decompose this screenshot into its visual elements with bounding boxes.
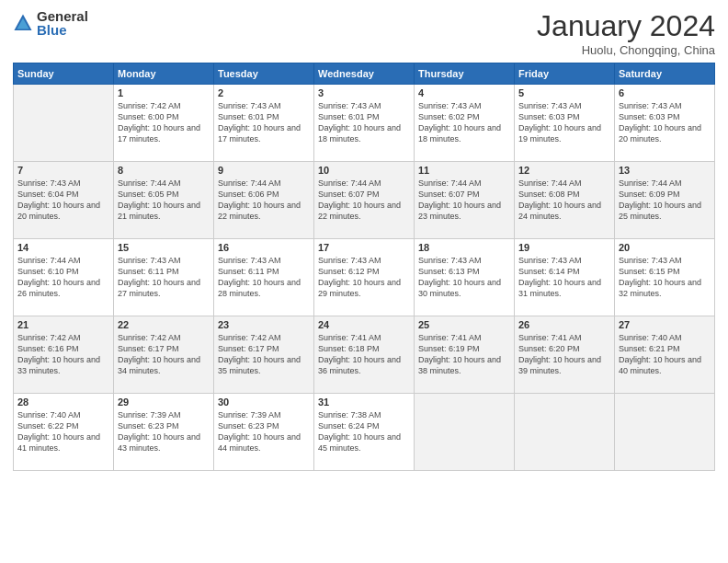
calendar-week-5: 28Sunrise: 7:40 AMSunset: 6:22 PMDayligh… [14,394,715,471]
table-row: 6Sunrise: 7:43 AMSunset: 6:03 PMDaylight… [615,85,715,162]
calendar-week-4: 21Sunrise: 7:42 AMSunset: 6:16 PMDayligh… [14,316,715,394]
col-sunday: Sunday [14,63,114,85]
day-info: Sunrise: 7:40 AMSunset: 6:22 PMDaylight:… [17,409,109,454]
table-row: 30Sunrise: 7:39 AMSunset: 6:23 PMDayligh… [214,394,314,471]
day-info: Sunrise: 7:43 AMSunset: 6:01 PMDaylight:… [318,100,410,145]
table-row: 17Sunrise: 7:43 AMSunset: 6:12 PMDayligh… [314,239,415,316]
location-subtitle: Huolu, Chongqing, China [537,43,715,57]
day-number: 29 [118,396,210,408]
day-info: Sunrise: 7:44 AMSunset: 6:08 PMDaylight:… [518,178,610,223]
logo-general-text: General [37,9,88,23]
table-row: 22Sunrise: 7:42 AMSunset: 6:17 PMDayligh… [114,316,214,394]
table-row: 9Sunrise: 7:44 AMSunset: 6:06 PMDaylight… [214,162,314,239]
day-number: 30 [218,396,310,408]
table-row: 4Sunrise: 7:43 AMSunset: 6:02 PMDaylight… [415,85,515,162]
table-row: 2Sunrise: 7:43 AMSunset: 6:01 PMDaylight… [214,85,314,162]
table-row: 1Sunrise: 7:42 AMSunset: 6:00 PMDaylight… [114,85,214,162]
day-number: 5 [518,87,610,98]
day-info: Sunrise: 7:43 AMSunset: 6:02 PMDaylight:… [418,100,510,145]
table-row: 31Sunrise: 7:38 AMSunset: 6:24 PMDayligh… [314,394,415,471]
day-number: 6 [619,87,711,98]
table-row: 16Sunrise: 7:43 AMSunset: 6:11 PMDayligh… [214,239,314,316]
day-info: Sunrise: 7:43 AMSunset: 6:12 PMDaylight:… [318,255,410,300]
calendar-week-1: 1Sunrise: 7:42 AMSunset: 6:00 PMDaylight… [14,85,715,162]
day-info: Sunrise: 7:42 AMSunset: 6:17 PMDaylight:… [218,332,310,377]
day-number: 11 [418,165,510,176]
day-number: 9 [218,165,310,176]
day-info: Sunrise: 7:42 AMSunset: 6:00 PMDaylight:… [118,100,210,145]
logo-icon [13,13,33,33]
day-info: Sunrise: 7:43 AMSunset: 6:13 PMDaylight:… [418,255,510,300]
day-info: Sunrise: 7:44 AMSunset: 6:10 PMDaylight:… [17,255,109,300]
day-info: Sunrise: 7:39 AMSunset: 6:23 PMDaylight:… [218,409,310,454]
table-row: 8Sunrise: 7:44 AMSunset: 6:05 PMDaylight… [114,162,214,239]
table-row: 28Sunrise: 7:40 AMSunset: 6:22 PMDayligh… [14,394,114,471]
table-row: 7Sunrise: 7:43 AMSunset: 6:04 PMDaylight… [14,162,114,239]
col-monday: Monday [114,63,214,85]
day-info: Sunrise: 7:43 AMSunset: 6:03 PMDaylight:… [619,100,711,145]
day-number: 1 [118,87,210,98]
table-row: 10Sunrise: 7:44 AMSunset: 6:07 PMDayligh… [314,162,415,239]
table-row [415,394,515,471]
calendar-week-3: 14Sunrise: 7:44 AMSunset: 6:10 PMDayligh… [14,239,715,316]
day-info: Sunrise: 7:44 AMSunset: 6:06 PMDaylight:… [218,178,310,223]
day-info: Sunrise: 7:44 AMSunset: 6:09 PMDaylight:… [619,178,711,223]
day-number: 18 [418,242,510,253]
day-number: 7 [17,165,109,176]
day-number: 31 [318,396,410,408]
table-row: 14Sunrise: 7:44 AMSunset: 6:10 PMDayligh… [14,239,114,316]
day-info: Sunrise: 7:44 AMSunset: 6:07 PMDaylight:… [318,178,410,223]
col-tuesday: Tuesday [214,63,314,85]
day-info: Sunrise: 7:42 AMSunset: 6:17 PMDaylight:… [118,332,210,377]
day-info: Sunrise: 7:44 AMSunset: 6:07 PMDaylight:… [418,178,510,223]
table-row: 13Sunrise: 7:44 AMSunset: 6:09 PMDayligh… [615,162,715,239]
col-wednesday: Wednesday [314,63,415,85]
day-info: Sunrise: 7:43 AMSunset: 6:15 PMDaylight:… [619,255,711,300]
day-info: Sunrise: 7:40 AMSunset: 6:21 PMDaylight:… [619,332,711,377]
calendar-header-row: Sunday Monday Tuesday Wednesday Thursday… [14,63,715,85]
page: General Blue January 2024 Huolu, Chongqi… [0,0,728,563]
table-row: 5Sunrise: 7:43 AMSunset: 6:03 PMDaylight… [515,85,615,162]
day-number: 24 [318,319,410,330]
table-row: 25Sunrise: 7:41 AMSunset: 6:19 PMDayligh… [415,316,515,394]
day-info: Sunrise: 7:38 AMSunset: 6:24 PMDaylight:… [318,409,410,454]
table-row: 29Sunrise: 7:39 AMSunset: 6:23 PMDayligh… [114,394,214,471]
logo: General Blue [13,9,88,37]
table-row: 3Sunrise: 7:43 AMSunset: 6:01 PMDaylight… [314,85,415,162]
calendar-week-2: 7Sunrise: 7:43 AMSunset: 6:04 PMDaylight… [14,162,715,239]
day-number: 8 [118,165,210,176]
day-number: 17 [318,242,410,253]
day-number: 26 [518,319,610,330]
day-number: 27 [619,319,711,330]
table-row: 20Sunrise: 7:43 AMSunset: 6:15 PMDayligh… [615,239,715,316]
table-row: 12Sunrise: 7:44 AMSunset: 6:08 PMDayligh… [515,162,615,239]
day-info: Sunrise: 7:43 AMSunset: 6:04 PMDaylight:… [17,178,109,223]
table-row [515,394,615,471]
day-number: 22 [118,319,210,330]
logo-blue-text: Blue [37,23,88,37]
day-info: Sunrise: 7:41 AMSunset: 6:19 PMDaylight:… [418,332,510,377]
day-number: 19 [518,242,610,253]
day-number: 13 [619,165,711,176]
day-number: 14 [17,242,109,253]
day-info: Sunrise: 7:42 AMSunset: 6:16 PMDaylight:… [17,332,109,377]
calendar-table: Sunday Monday Tuesday Wednesday Thursday… [13,63,715,471]
table-row: 11Sunrise: 7:44 AMSunset: 6:07 PMDayligh… [415,162,515,239]
table-row: 19Sunrise: 7:43 AMSunset: 6:14 PMDayligh… [515,239,615,316]
day-number: 28 [17,396,109,408]
logo-text: General Blue [37,9,88,37]
day-number: 12 [518,165,610,176]
day-number: 20 [619,242,711,253]
table-row: 23Sunrise: 7:42 AMSunset: 6:17 PMDayligh… [214,316,314,394]
day-info: Sunrise: 7:41 AMSunset: 6:20 PMDaylight:… [518,332,610,377]
day-number: 10 [318,165,410,176]
table-row [615,394,715,471]
table-row [14,85,114,162]
col-thursday: Thursday [415,63,515,85]
day-number: 15 [118,242,210,253]
day-info: Sunrise: 7:41 AMSunset: 6:18 PMDaylight:… [318,332,410,377]
day-info: Sunrise: 7:44 AMSunset: 6:05 PMDaylight:… [118,178,210,223]
day-info: Sunrise: 7:39 AMSunset: 6:23 PMDaylight:… [118,409,210,454]
table-row: 18Sunrise: 7:43 AMSunset: 6:13 PMDayligh… [415,239,515,316]
day-info: Sunrise: 7:43 AMSunset: 6:01 PMDaylight:… [218,100,310,145]
